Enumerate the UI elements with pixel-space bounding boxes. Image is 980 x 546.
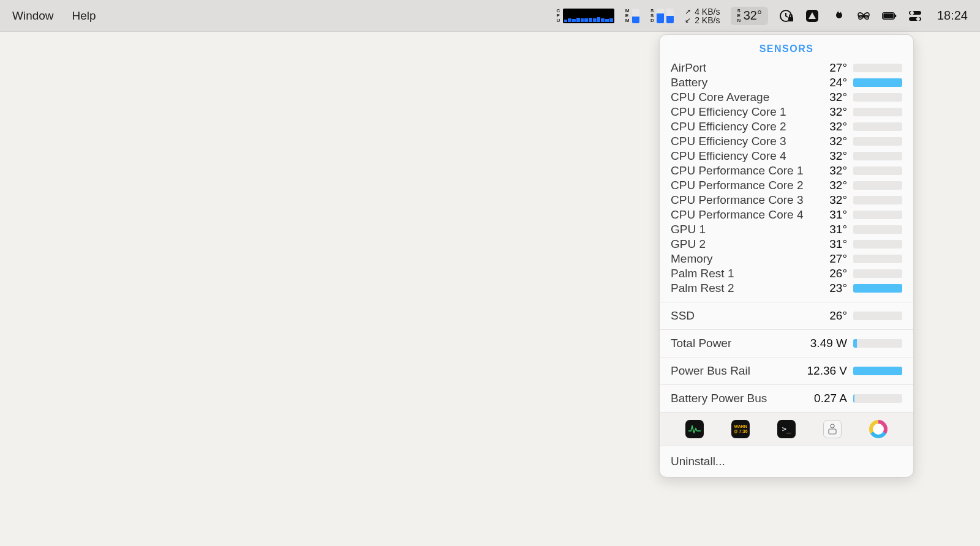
app-activity-monitor-icon[interactable] (685, 420, 704, 438)
ssd-bar-icon (666, 9, 674, 23)
row-label: CPU Performance Core 4 (671, 208, 823, 222)
sensor-row[interactable]: CPU Efficiency Core 232° (671, 119, 902, 134)
menu-window[interactable]: Window (12, 9, 54, 23)
row-label: GPU 2 (671, 237, 823, 251)
row-label: CPU Efficiency Core 2 (671, 120, 823, 133)
row-label: Memory (671, 252, 823, 266)
app-gauge-icon[interactable] (869, 420, 888, 438)
power-section: Total Power 3.49 W (660, 329, 913, 357)
cpu-widget[interactable]: C P U (556, 9, 614, 23)
row-bar (853, 312, 902, 320)
sensor-row[interactable]: Palm Rest 126° (671, 266, 902, 281)
row-value: 3.49 W (810, 337, 847, 350)
sensor-row[interactable]: AirPort27° (671, 61, 902, 75)
mem-bar-icon (632, 9, 639, 23)
row-value: 26° (829, 267, 847, 280)
net-down: 2 KB/s (695, 16, 720, 24)
row-value: 24° (829, 76, 847, 89)
sensor-row[interactable]: CPU Performance Core 431° (671, 208, 902, 222)
sen-label: S E N (737, 9, 741, 23)
row-value: 27° (829, 61, 847, 75)
sensors-panel: SENSORS AirPort27°Battery24°CPU Core Ave… (659, 34, 914, 477)
row-value: 31° (829, 237, 847, 251)
row-bar (853, 152, 902, 160)
row-label: Battery Power Bus (671, 392, 808, 405)
ssd-bar-icon (657, 9, 664, 23)
sensor-row[interactable]: Palm Rest 223° (671, 281, 902, 296)
row-label: CPU Efficiency Core 4 (671, 149, 823, 163)
row-label: Total Power (671, 337, 804, 350)
row-bar (853, 78, 902, 87)
battery-icon[interactable] (882, 9, 897, 23)
svg-rect-5 (895, 14, 896, 17)
row-value: 32° (829, 135, 847, 148)
row-bar (853, 394, 902, 403)
sensor-row[interactable]: Battery24° (671, 75, 902, 90)
row-label: CPU Efficiency Core 3 (671, 135, 823, 148)
row-bar (853, 166, 902, 175)
app-system-info-icon[interactable] (823, 420, 842, 438)
sensors-widget[interactable]: S E N 32° (731, 7, 768, 25)
app-console-icon[interactable]: WARN@ 7:36 (731, 420, 750, 438)
sensor-row[interactable]: CPU Efficiency Core 432° (671, 149, 902, 163)
row-total-power[interactable]: Total Power 3.49 W (671, 336, 902, 351)
sensor-list: AirPort27°Battery24°CPU Core Average32°C… (660, 58, 913, 302)
panel-title: SENSORS (660, 35, 913, 58)
row-label: SSD (671, 309, 823, 323)
sensor-row[interactable]: CPU Performance Core 332° (671, 193, 902, 208)
sensor-row[interactable]: CPU Performance Core 132° (671, 163, 902, 178)
apps-row: WARN@ 7:36 >_ (660, 412, 913, 446)
row-bar (853, 122, 902, 131)
menu-help[interactable]: Help (72, 9, 96, 23)
sensor-row[interactable]: CPU Performance Core 232° (671, 178, 902, 193)
row-value: 32° (829, 105, 847, 119)
triangle-icon[interactable] (805, 9, 820, 23)
row-value: 12.36 V (807, 364, 848, 378)
sensor-row[interactable]: GPU 131° (671, 222, 902, 237)
sensor-row[interactable]: CPU Efficiency Core 132° (671, 105, 902, 119)
row-ssd[interactable]: SSD 26° (671, 309, 902, 323)
row-label: AirPort (671, 61, 823, 75)
butterfly-icon[interactable] (856, 9, 871, 23)
cpu-graph-icon (563, 9, 614, 23)
row-bar (853, 284, 902, 293)
battery-bus-section: Battery Power Bus 0.27 A (660, 384, 913, 412)
sensor-row[interactable]: Memory27° (671, 252, 902, 266)
row-value: 26° (829, 309, 847, 323)
row-bar (853, 225, 902, 234)
flame-icon[interactable] (831, 9, 845, 23)
network-widget[interactable]: ↗↙ 4 KB/s 2 KB/s (685, 7, 720, 24)
row-label: CPU Performance Core 2 (671, 179, 823, 192)
sensor-row[interactable]: GPU 231° (671, 237, 902, 252)
row-power-bus-rail[interactable]: Power Bus Rail 12.36 V (671, 364, 902, 378)
row-label: CPU Performance Core 1 (671, 164, 823, 178)
sensor-row[interactable]: CPU Core Average32° (671, 90, 902, 105)
svg-rect-4 (883, 13, 894, 18)
row-bar (853, 64, 902, 72)
row-battery-power-bus[interactable]: Battery Power Bus 0.27 A (671, 391, 902, 406)
rail-section: Power Bus Rail 12.36 V (660, 357, 913, 384)
uninstall-button[interactable]: Uninstall... (660, 446, 913, 477)
row-value: 27° (829, 252, 847, 266)
control-center-icon[interactable] (908, 9, 922, 23)
row-bar (853, 255, 902, 263)
svg-point-9 (916, 17, 920, 21)
row-label: GPU 1 (671, 223, 823, 236)
mem-label: M E M (625, 9, 630, 23)
svg-point-7 (910, 11, 914, 15)
network-arrows-icon: ↗↙ (685, 7, 691, 24)
clock-lock-icon[interactable] (779, 9, 794, 23)
row-value: 0.27 A (814, 392, 847, 405)
row-value: 32° (829, 164, 847, 178)
row-value: 32° (829, 193, 847, 207)
sensor-row[interactable]: CPU Efficiency Core 332° (671, 134, 902, 149)
ssd-widget[interactable]: S S D (650, 9, 674, 23)
net-up: 4 KB/s (695, 7, 720, 16)
menubar: Window Help C P U M E M (0, 0, 980, 32)
row-bar (853, 240, 902, 249)
row-value: 23° (829, 282, 847, 295)
mem-widget[interactable]: M E M (625, 9, 639, 23)
menubar-clock[interactable]: 18:24 (937, 9, 968, 23)
row-label: Palm Rest 2 (671, 282, 823, 295)
app-terminal-icon[interactable]: >_ (777, 420, 796, 438)
